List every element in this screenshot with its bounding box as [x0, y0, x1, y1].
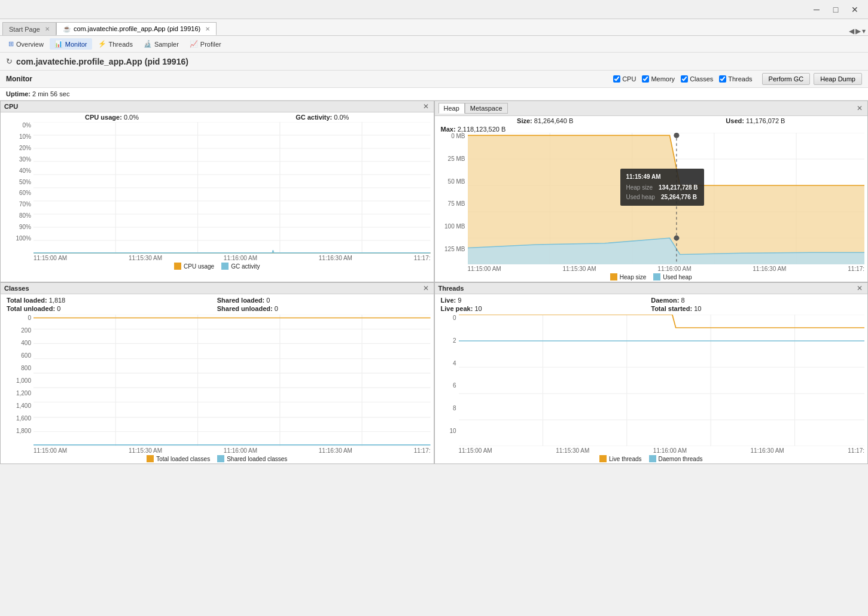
classes-checkbox[interactable]	[681, 75, 688, 83]
maximize-button[interactable]: □	[827, 4, 844, 16]
heap-tab-bar: Heap Metaspace ✕	[435, 101, 868, 116]
classes-y-axis: 1,800 1,600 1,400 1,200 1,000 800 600 40…	[1, 315, 33, 434]
monitor-checkboxes: CPU Memory Classes Threads	[613, 75, 752, 83]
tab-app[interactable]: ☕ com.javatechie.profile_app.App (pid 19…	[56, 22, 217, 35]
classes-panel-close[interactable]: ✕	[422, 285, 430, 292]
cpu-chart-svg	[33, 122, 431, 254]
cpu-xaxis: 11:15:00 AM 11:15:30 AM 11:16:00 AM 11:1…	[1, 254, 434, 261]
used-heap-dot	[653, 273, 660, 280]
cpu-usage-stat: CPU usage: 0.0%	[85, 114, 139, 121]
sampler-icon: 🔬	[144, 40, 152, 48]
total-loaded-stat: Total loaded: 1,818	[7, 296, 217, 304]
classes-panel: Classes ✕ Total loaded: 1,818 Shared loa…	[0, 282, 434, 464]
title-bar: ─ □ ✕	[0, 0, 868, 19]
monitor-header: Monitor CPU Memory Classes Threads Perfo…	[0, 71, 868, 88]
threads-legend-daemon: Daemon threads	[649, 455, 703, 462]
threads-panel: Threads ✕ Live: 9 Daemon: 8 Live peak: 1…	[434, 282, 869, 464]
heap-dump-button[interactable]: Heap Dump	[814, 73, 862, 85]
minimize-button[interactable]: ─	[808, 4, 825, 16]
heap-panel-close[interactable]: ✕	[855, 105, 864, 112]
cpu-check-label[interactable]: CPU	[613, 75, 636, 83]
threads-panel-title: Threads	[438, 285, 464, 292]
heap-legend-size: Heap size	[610, 273, 646, 280]
tab-list-button[interactable]: ▾	[862, 27, 866, 35]
uptime-value-text: 2 min 56 sec	[32, 90, 69, 97]
classes-panel-header: Classes ✕	[1, 283, 434, 294]
nav-threads[interactable]: ⚡ Threads	[93, 38, 138, 50]
tab-bar: Start Page ✕ ☕ com.javatechie.profile_ap…	[0, 19, 868, 36]
heap-used-value: 11,176,072 B	[746, 117, 785, 124]
cpu-panel: CPU ✕ CPU usage: 0.0% GC activity: 0.0% …	[0, 100, 434, 282]
monitor-icon: 📊	[54, 40, 63, 48]
nav-overview[interactable]: ⊞ Overview	[4, 38, 48, 50]
threads-checkbox[interactable]	[719, 75, 726, 83]
profiler-icon: 📈	[190, 40, 198, 48]
gc-activity-dot	[221, 263, 229, 270]
classes-chart-container: 1,800 1,600 1,400 1,200 1,000 800 600 40…	[1, 315, 434, 446]
tab-label: Start Page	[9, 26, 40, 33]
cpu-panel-title: CPU	[4, 103, 18, 110]
total-loaded-dot	[147, 455, 154, 462]
cpu-legend-gc: GC activity	[221, 263, 260, 270]
tab-start-page[interactable]: Start Page ✕	[2, 22, 56, 35]
classes-check-label[interactable]: Classes	[681, 75, 713, 83]
classes-legend: Total loaded classes Shared loaded class…	[1, 454, 434, 463]
threads-y-axis: 10 8 6 4 2 0	[435, 315, 459, 434]
threads-panel-header: Threads ✕	[435, 283, 868, 294]
cursor-dot-used	[674, 236, 679, 241]
threads-legend: Live threads Daemon threads	[435, 454, 868, 463]
live-threads-line	[459, 315, 865, 328]
cpu-stats: CPU usage: 0.0% GC activity: 0.0%	[1, 112, 434, 122]
heap-tab-metaspace[interactable]: Metaspace	[465, 103, 508, 114]
live-threads-dot	[599, 455, 607, 462]
cursor-dot-heap	[674, 133, 679, 138]
heap-size-dot	[610, 273, 617, 280]
main-grid: CPU ✕ CPU usage: 0.0% GC activity: 0.0% …	[0, 100, 868, 464]
tab-scroll-left[interactable]: ◀	[849, 27, 854, 35]
heap-y-axis: 125 MB 100 MB 75 MB 50 MB 25 MB 0 MB	[435, 133, 468, 252]
perform-gc-button[interactable]: Perform GC	[762, 73, 811, 85]
heap-max: Max: 2,118,123,520 B	[435, 126, 868, 133]
heap-legend-used: Used heap	[653, 273, 692, 280]
gc-activity-stat: GC activity: 0.0%	[296, 114, 349, 121]
cpu-panel-close[interactable]: ✕	[422, 103, 430, 110]
uptime-label: Uptime:	[6, 90, 31, 97]
total-started-stat: Total started: 10	[651, 304, 861, 313]
cpu-checkbox[interactable]	[613, 75, 620, 83]
memory-check-label[interactable]: Memory	[642, 75, 675, 83]
threads-stats: Live: 9 Daemon: 8 Live peak: 10 Total st…	[435, 294, 868, 315]
threads-check-label[interactable]: Threads	[719, 75, 752, 83]
threads-chart-container: 10 8 6 4 2 0	[435, 315, 868, 446]
tab-close-start[interactable]: ✕	[45, 26, 50, 32]
daemon-stat: Daemon: 8	[651, 296, 861, 304]
heap-xaxis: 11:15:00 AM 11:15:30 AM 11:16:00 AM 11:1…	[435, 264, 868, 272]
shared-loaded-dot	[217, 455, 224, 462]
cpu-panel-header: CPU ✕	[1, 101, 434, 112]
classes-panel-title: Classes	[4, 285, 29, 292]
tab-scroll-right[interactable]: ▶	[855, 27, 861, 35]
heap-tab-heap[interactable]: Heap	[438, 103, 465, 114]
classes-chart-svg	[33, 315, 431, 446]
nav-monitor-label: Monitor	[65, 41, 87, 48]
nav-sampler[interactable]: 🔬 Sampler	[139, 38, 184, 50]
cpu-legend-usage: CPU usage	[174, 263, 214, 270]
nav-profiler[interactable]: 📈 Profiler	[185, 38, 226, 50]
threads-panel-close[interactable]: ✕	[855, 285, 864, 292]
cpu-usage-dot	[174, 263, 181, 270]
monitor-title: Monitor	[6, 75, 32, 83]
memory-checkbox[interactable]	[642, 75, 649, 83]
classes-stats: Total loaded: 1,818 Shared loaded: 0 Tot…	[1, 294, 434, 315]
live-stat: Live: 9	[441, 296, 651, 304]
tab-close-app[interactable]: ✕	[205, 26, 210, 32]
close-button[interactable]: ✕	[846, 4, 863, 16]
nav-monitor[interactable]: 📊 Monitor	[50, 38, 92, 50]
threads-xaxis: 11:15:00 AM 11:15:30 AM 11:16:00 AM 11:1…	[435, 446, 868, 454]
uptime-bar: Uptime: 2 min 56 sec	[0, 88, 868, 100]
threads-chart-svg	[459, 315, 865, 446]
nav-threads-label: Threads	[109, 41, 133, 48]
heap-legend: Heap size Used heap	[435, 272, 868, 282]
nav-sampler-label: Sampler	[154, 41, 179, 48]
threads-legend-live: Live threads	[599, 455, 641, 462]
total-unloaded-stat: Total unloaded: 0	[7, 304, 217, 313]
heap-tabs: Heap Metaspace	[438, 103, 508, 114]
